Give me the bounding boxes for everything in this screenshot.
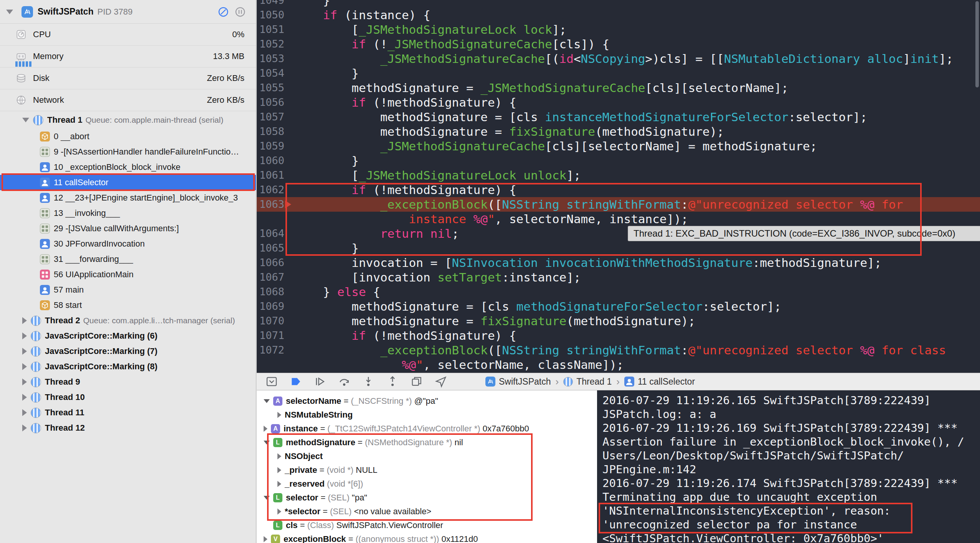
code-text[interactable]: [_JSMethodSignatureLock lock]; <box>294 22 980 37</box>
sidebar-thread-row[interactable]: JavaScriptCore::Marking (8) <box>0 359 256 374</box>
stack-frame-row[interactable]: 58 start <box>0 298 256 313</box>
code-text[interactable]: [invocation setTarget:instance]; <box>294 270 980 285</box>
sidebar-thread-row[interactable]: Thread 12 <box>0 420 256 436</box>
stack-frame-row[interactable]: 9 -[NSAssertionHandler handleFailureInFu… <box>0 144 256 160</box>
disclosure-triangle[interactable] <box>22 378 27 385</box>
gauge-row-network[interactable]: Network Zero KB/s <box>0 89 256 111</box>
variable-row[interactable]: VexceptionBlock = ((anonymous struct *))… <box>257 532 597 543</box>
sidebar-thread-row[interactable]: Thread 10 <box>0 390 256 405</box>
sidebar-thread-row[interactable]: JavaScriptCore::Marking (6) <box>0 328 256 344</box>
variable-row[interactable]: NSMutableString <box>257 408 597 422</box>
stack-frame-row[interactable]: 0 __abort <box>0 129 256 144</box>
gauge-row-disk[interactable]: Disk Zero KB/s <box>0 67 256 89</box>
disclosure-triangle[interactable] <box>22 425 27 431</box>
line-number[interactable]: 1064 <box>257 226 289 241</box>
sidebar-thread-row[interactable]: Thread 2Queue: com.apple.li…tch-manager … <box>0 313 256 328</box>
line-number[interactable]: 1072 <box>257 343 289 357</box>
disclosure-triangle[interactable] <box>264 399 270 403</box>
disclosure-triangle[interactable] <box>22 317 27 324</box>
code-text[interactable]: _exceptionBlock([NSString stringWithForm… <box>294 343 980 357</box>
line-number[interactable]: 1056 <box>257 95 289 110</box>
line-number[interactable]: 1069 <box>257 299 289 314</box>
disclosure-triangle[interactable] <box>22 409 27 416</box>
process-row[interactable]: SwiftJSPatch PID 3789 <box>0 0 256 24</box>
line-number[interactable]: 1055 <box>257 81 289 95</box>
stack-frame-row[interactable]: 29 -[JSValue callWithArguments:] <box>0 221 256 236</box>
disclosure-triangle[interactable] <box>264 441 270 444</box>
stack-frame-row[interactable]: 30 JPForwardInvocation <box>0 236 256 252</box>
disclosure-triangle[interactable] <box>277 467 281 473</box>
source-editor[interactable]: 1049}1050if (instance) {1051[_JSMethodSi… <box>257 0 980 373</box>
line-number[interactable]: 1060 <box>257 153 289 168</box>
toggle-debug-area-button[interactable] <box>265 375 278 388</box>
sidebar-thread-row[interactable]: Thread 9 <box>0 374 256 390</box>
pause-process-button[interactable] <box>234 6 246 18</box>
code-text[interactable]: methodSignature = fixSignature(methodSig… <box>294 314 980 328</box>
line-number[interactable]: 1051 <box>257 22 289 37</box>
breadcrumb-item-frame[interactable]: 11 callSelector <box>624 377 695 387</box>
line-number[interactable]: 1061 <box>257 168 289 183</box>
line-number[interactable]: 1049 <box>257 0 289 8</box>
disclosure-triangle[interactable] <box>22 363 27 370</box>
line-number[interactable]: 1071 <box>257 328 289 343</box>
stack-frame-row[interactable]: 12 __23+[JPEngine startEngine]_block_inv… <box>0 190 256 206</box>
disclosure-triangle[interactable] <box>22 348 27 355</box>
code-text[interactable]: } else { <box>294 285 980 299</box>
step-over-button[interactable] <box>338 375 351 388</box>
disclosure-triangle[interactable] <box>264 496 270 500</box>
code-text[interactable]: invocation = [NSInvocation invocationWit… <box>294 255 980 270</box>
line-number[interactable]: 1058 <box>257 124 289 139</box>
line-number[interactable]: 1050 <box>257 8 289 22</box>
stack-frame-row[interactable]: 31 ___forwarding___ <box>0 252 256 267</box>
variable-row[interactable]: Lcls = (Class) SwiftJSPatch.ViewControll… <box>257 518 597 532</box>
step-out-button[interactable] <box>386 375 399 388</box>
code-text[interactable]: _JSMethodSignatureCache[cls][selectorNam… <box>294 139 980 153</box>
code-text[interactable]: } <box>294 241 980 255</box>
code-text[interactable]: } <box>294 66 980 81</box>
disclosure-triangle[interactable] <box>22 332 27 339</box>
disclosure-triangle[interactable] <box>277 412 281 418</box>
profile-button[interactable] <box>218 6 229 18</box>
line-number[interactable]: 1057 <box>257 110 289 124</box>
line-number[interactable]: 1052 <box>257 37 289 51</box>
code-text[interactable]: _exceptionBlock([NSString stringWithForm… <box>294 197 980 212</box>
simulate-location-button[interactable] <box>434 375 447 388</box>
code-text[interactable]: if (instance) { <box>294 8 980 22</box>
disclosure-triangle[interactable] <box>277 453 281 459</box>
stack-frame-row[interactable]: 11 callSelector <box>0 175 256 190</box>
variable-row[interactable]: _private = (void *) NULL <box>257 463 597 477</box>
breadcrumb-item-process[interactable]: SwiftJSPatch <box>485 377 551 387</box>
line-number[interactable]: 1062 <box>257 183 289 197</box>
disclosure-triangle[interactable] <box>264 536 267 542</box>
code-text[interactable]: instance %@", selectorName, instance]); <box>294 212 980 226</box>
disclosure-triangle[interactable] <box>277 508 281 515</box>
stack-frame-row[interactable]: 57 main <box>0 282 256 298</box>
line-number[interactable]: 1066 <box>257 255 289 270</box>
disclosure-triangle[interactable] <box>277 481 281 487</box>
code-text[interactable]: } <box>294 153 980 168</box>
code-text[interactable]: %@", selectorName, className]); <box>294 357 980 372</box>
line-number[interactable]: 1053 <box>257 51 289 66</box>
code-text[interactable]: } <box>294 0 980 8</box>
line-number[interactable] <box>257 357 289 372</box>
line-number[interactable]: 1065 <box>257 241 289 255</box>
sidebar-thread-row[interactable]: Thread 1Queue: com.apple.main-thread (se… <box>0 111 256 129</box>
step-into-button[interactable] <box>362 375 375 388</box>
code-text[interactable]: methodSignature = _JSMethodSignatureCach… <box>294 81 980 95</box>
code-text[interactable]: methodSignature = [cls methodSignatureFo… <box>294 299 980 314</box>
code-text[interactable]: methodSignature = fixSignature(methodSig… <box>294 124 980 139</box>
variable-row[interactable]: LmethodSignature = (NSMethodSignature *)… <box>257 436 597 449</box>
line-number[interactable]: 1068 <box>257 285 289 299</box>
toggle-breakpoints-button[interactable] <box>289 375 302 388</box>
gauge-row-memory[interactable]: Memory 13.3 MB <box>0 46 256 67</box>
disclosure-triangle[interactable] <box>22 394 27 401</box>
code-text[interactable]: _JSMethodSignatureCache[(id<NSCopying>)c… <box>294 51 980 66</box>
code-text[interactable]: if (!methodSignature) { <box>294 183 980 197</box>
line-number[interactable]: 1067 <box>257 270 289 285</box>
variable-row[interactable]: Lselector = (SEL) "pa" <box>257 491 597 505</box>
stack-frame-row[interactable]: 10 _exceptionBlock_block_invoke <box>0 160 256 175</box>
disclosure-triangle[interactable] <box>22 118 29 122</box>
line-number[interactable]: 1070 <box>257 314 289 328</box>
editor-scrollbar[interactable] <box>975 1 979 87</box>
variables-view[interactable]: AselectorName = (_NSCFString *) @"pa"NSM… <box>257 390 597 543</box>
